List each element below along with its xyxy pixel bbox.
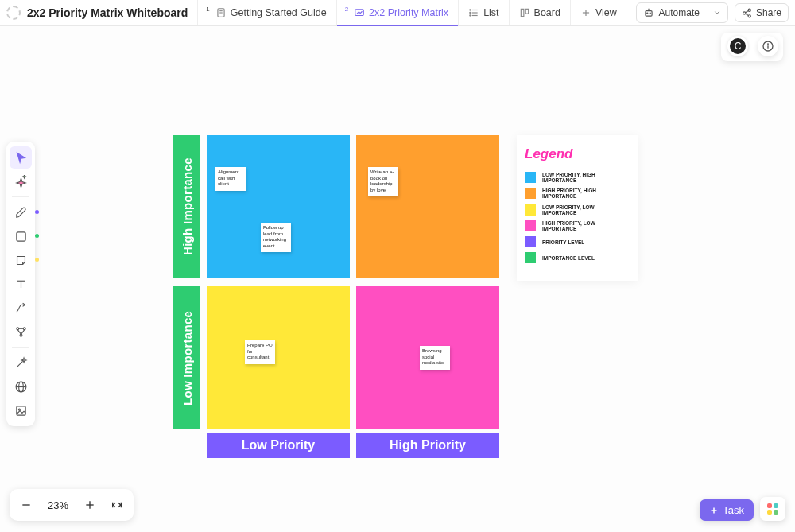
doc-title[interactable]: 2x2 Priority Matrix Whiteboard xyxy=(27,6,188,19)
svg-point-18 xyxy=(748,9,750,11)
legend-label: PRIORITY LEVEL xyxy=(542,239,584,245)
tab-list[interactable]: List xyxy=(458,0,508,25)
sticky-note[interactable]: Write an e-book on leadership by love xyxy=(368,167,398,196)
relations-icon xyxy=(14,325,28,339)
legend-swatch xyxy=(525,220,536,231)
info-icon xyxy=(762,40,774,52)
svg-rect-11 xyxy=(525,9,529,14)
globe-icon xyxy=(14,380,28,394)
legend-title: Legend xyxy=(525,146,630,162)
x-label-high[interactable]: High Priority xyxy=(356,433,499,458)
magic-icon xyxy=(14,356,28,370)
y-label-high[interactable]: High Importance xyxy=(173,135,200,278)
ai-icon xyxy=(14,175,28,188)
legend-row: IMPORTANCE LEVEL xyxy=(525,252,630,263)
svg-line-21 xyxy=(746,10,749,12)
tool-relations[interactable] xyxy=(10,320,32,343)
tool-ai[interactable] xyxy=(10,170,32,192)
pen-icon xyxy=(14,206,28,219)
apps-icon xyxy=(767,503,778,515)
avatar[interactable]: C xyxy=(727,36,748,56)
legend-row: HIGH PRIORITY, LOW IMPORTANCE xyxy=(525,220,630,231)
svg-rect-10 xyxy=(521,9,524,16)
zoom-in-button[interactable] xyxy=(81,496,99,514)
tab-board[interactable]: Board xyxy=(509,0,570,25)
automate-label: Automate xyxy=(659,7,700,18)
square-icon xyxy=(14,230,28,243)
legend-row: PRIORITY LEVEL xyxy=(525,236,630,247)
sticky-note[interactable]: Browsing social media site xyxy=(420,346,450,370)
quadrant-low-priority-high-importance[interactable] xyxy=(207,135,350,278)
legend-label: LOW PRIORITY, LOW IMPORTANCE xyxy=(542,204,614,216)
tool-pen[interactable] xyxy=(10,201,32,223)
tab-label: List xyxy=(483,7,498,18)
minus-icon xyxy=(20,499,33,511)
quadrant-high-priority-high-importance[interactable] xyxy=(356,135,499,278)
legend-panel[interactable]: Legend LOW PRIORITY, HIGH IMPORTANCE HIG… xyxy=(517,135,638,281)
tool-select[interactable] xyxy=(10,146,32,169)
svg-point-19 xyxy=(743,11,746,14)
plus-icon xyxy=(580,7,591,18)
share-button[interactable]: Share xyxy=(735,3,789,22)
board-icon xyxy=(519,7,530,18)
image-icon xyxy=(14,404,28,417)
tab-label: View xyxy=(595,7,617,18)
svg-point-31 xyxy=(20,334,22,336)
legend-row: HIGH PRIORITY, HIGH IMPORTANCE xyxy=(525,188,630,199)
shape-color-dot xyxy=(35,234,39,238)
tool-magic[interactable] xyxy=(10,351,32,374)
fit-icon xyxy=(111,499,123,511)
legend-row: LOW PRIORITY, LOW IMPORTANCE xyxy=(525,204,630,216)
tool-shape[interactable] xyxy=(10,225,32,247)
tab-add-view[interactable]: View xyxy=(570,0,626,25)
tool-connector[interactable] xyxy=(10,297,32,319)
zoom-controls: 23% xyxy=(10,489,134,521)
tool-image[interactable] xyxy=(10,399,32,421)
chevron-down-icon xyxy=(713,9,721,17)
top-bar: 2x2 Priority Matrix Whiteboard 1 Getting… xyxy=(0,0,795,26)
doc-icon xyxy=(215,7,227,18)
legend-swatch xyxy=(525,172,536,183)
legend-swatch xyxy=(525,236,536,247)
title-group: 2x2 Priority Matrix Whiteboard xyxy=(6,6,197,20)
quadrant-low-priority-low-importance[interactable] xyxy=(207,286,350,429)
robot-icon xyxy=(643,7,654,18)
tool-sticky[interactable] xyxy=(10,249,32,271)
sticky-note[interactable]: Prepare PO for consultant xyxy=(245,340,275,364)
tab-label: 2x2 Priority Matrix xyxy=(369,7,448,18)
plus-icon xyxy=(83,499,96,511)
priority-matrix[interactable]: High Importance Low Importance Low Prior… xyxy=(173,135,498,485)
task-label: Task xyxy=(723,504,744,516)
tool-text[interactable] xyxy=(10,273,32,295)
left-toolbar xyxy=(6,142,35,426)
tool-web[interactable] xyxy=(10,375,32,398)
plus-icon xyxy=(709,506,719,515)
fit-button[interactable] xyxy=(108,496,126,514)
x-label-low[interactable]: Low Priority xyxy=(207,433,350,458)
tabset: 1 Getting Started Guide 2 2x2 Priority M… xyxy=(197,0,626,25)
tab-priority-matrix[interactable]: 2 2x2 Priority Matrix xyxy=(336,0,458,25)
tab-getting-started[interactable]: 1 Getting Started Guide xyxy=(197,0,335,25)
zoom-out-button[interactable] xyxy=(17,496,35,514)
automate-button[interactable]: Automate xyxy=(636,2,728,23)
sticky-note[interactable]: Alignment call with client xyxy=(215,167,246,191)
y-label-low[interactable]: Low Importance xyxy=(173,286,200,429)
svg-point-25 xyxy=(768,44,769,45)
sticky-note[interactable]: Follow up lead from networking event xyxy=(261,223,291,252)
zoom-value[interactable]: 23% xyxy=(45,499,72,511)
legend-swatch xyxy=(525,188,536,199)
task-button[interactable]: Task xyxy=(700,499,754,521)
svg-point-29 xyxy=(16,327,18,329)
svg-rect-38 xyxy=(16,406,25,414)
connector-icon xyxy=(14,301,28,315)
legend-label: IMPORTANCE LEVEL xyxy=(542,255,595,261)
tab-badge: 1 xyxy=(206,6,209,13)
whiteboard-icon xyxy=(6,6,21,20)
legend-swatch xyxy=(525,252,536,263)
info-button[interactable] xyxy=(758,36,778,56)
whiteboard-tab-icon xyxy=(354,7,365,18)
whiteboard-canvas[interactable]: C High Importance Low Importance Low Pri… xyxy=(0,26,795,532)
sticky-icon xyxy=(14,254,28,267)
svg-point-9 xyxy=(470,15,471,16)
apps-button[interactable] xyxy=(760,497,785,521)
